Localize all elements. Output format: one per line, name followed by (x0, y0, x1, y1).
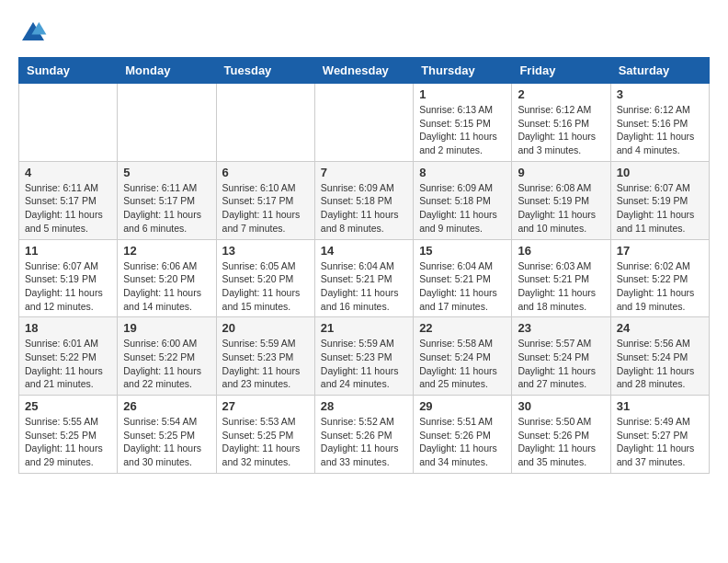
calendar-cell (19, 84, 118, 162)
calendar-cell: 31Sunrise: 5:49 AMSunset: 5:27 PMDayligh… (610, 396, 709, 474)
calendar-cell: 27Sunrise: 5:53 AMSunset: 5:25 PMDayligh… (216, 396, 314, 474)
day-info: Sunrise: 6:09 AMSunset: 5:18 PMDaylight:… (419, 181, 506, 236)
logo-icon (18, 18, 48, 48)
day-number: 16 (518, 244, 604, 258)
calendar-cell: 23Sunrise: 5:57 AMSunset: 5:24 PMDayligh… (512, 317, 610, 396)
calendar-cell: 1Sunrise: 6:13 AMSunset: 5:15 PMDaylight… (414, 84, 512, 162)
calendar-cell: 20Sunrise: 5:59 AMSunset: 5:23 PMDayligh… (216, 317, 314, 396)
day-number: 30 (518, 399, 604, 413)
day-number: 19 (123, 321, 210, 335)
day-number: 3 (617, 87, 703, 101)
day-number: 20 (222, 321, 309, 335)
calendar-cell: 24Sunrise: 5:56 AMSunset: 5:24 PMDayligh… (610, 317, 709, 396)
calendar-cell (314, 84, 413, 162)
calendar-cell: 29Sunrise: 5:51 AMSunset: 5:26 PMDayligh… (414, 396, 512, 474)
calendar-cell: 15Sunrise: 6:04 AMSunset: 5:21 PMDayligh… (414, 239, 512, 317)
calendar-week-row: 11Sunrise: 6:07 AMSunset: 5:19 PMDayligh… (19, 239, 710, 317)
calendar-cell: 12Sunrise: 6:06 AMSunset: 5:20 PMDayligh… (118, 239, 216, 317)
calendar-cell: 2Sunrise: 6:12 AMSunset: 5:16 PMDaylight… (512, 84, 610, 162)
calendar-cell: 30Sunrise: 5:50 AMSunset: 5:26 PMDayligh… (512, 396, 610, 474)
calendar-week-row: 25Sunrise: 5:55 AMSunset: 5:25 PMDayligh… (19, 396, 710, 474)
day-number: 13 (222, 244, 309, 258)
day-info: Sunrise: 6:10 AMSunset: 5:17 PMDaylight:… (222, 181, 309, 236)
weekday-header: Thursday (414, 58, 512, 84)
day-info: Sunrise: 5:54 AMSunset: 5:25 PMDaylight:… (123, 415, 210, 469)
calendar-cell (216, 84, 314, 162)
day-number: 10 (617, 166, 703, 179)
day-info: Sunrise: 5:56 AMSunset: 5:24 PMDaylight:… (617, 337, 703, 391)
day-info: Sunrise: 5:51 AMSunset: 5:26 PMDaylight:… (419, 415, 506, 469)
day-info: Sunrise: 6:01 AMSunset: 5:22 PMDaylight:… (25, 337, 111, 391)
day-number: 14 (321, 244, 407, 258)
day-info: Sunrise: 6:12 AMSunset: 5:16 PMDaylight:… (617, 103, 703, 157)
day-number: 12 (123, 244, 210, 258)
day-info: Sunrise: 6:08 AMSunset: 5:19 PMDaylight:… (518, 181, 604, 236)
calendar: SundayMondayTuesdayWednesdayThursdayFrid… (18, 57, 710, 474)
day-info: Sunrise: 6:07 AMSunset: 5:19 PMDaylight:… (25, 259, 111, 314)
calendar-cell: 9Sunrise: 6:08 AMSunset: 5:19 PMDaylight… (512, 161, 610, 239)
day-info: Sunrise: 6:04 AMSunset: 5:21 PMDaylight:… (321, 259, 407, 314)
calendar-cell: 10Sunrise: 6:07 AMSunset: 5:19 PMDayligh… (610, 161, 709, 239)
weekday-header: Monday (118, 58, 216, 84)
calendar-cell: 26Sunrise: 5:54 AMSunset: 5:25 PMDayligh… (118, 396, 216, 474)
day-number: 23 (518, 321, 604, 335)
weekday-header: Sunday (19, 58, 118, 84)
calendar-cell: 8Sunrise: 6:09 AMSunset: 5:18 PMDaylight… (414, 161, 512, 239)
weekday-header: Friday (512, 58, 610, 84)
calendar-week-row: 4Sunrise: 6:11 AMSunset: 5:17 PMDaylight… (19, 161, 710, 239)
day-number: 28 (321, 399, 407, 413)
day-number: 9 (518, 166, 604, 179)
day-info: Sunrise: 6:05 AMSunset: 5:20 PMDaylight:… (222, 259, 309, 314)
day-info: Sunrise: 6:09 AMSunset: 5:18 PMDaylight:… (321, 181, 407, 236)
day-number: 17 (617, 244, 703, 258)
day-number: 5 (123, 166, 210, 179)
day-number: 25 (25, 399, 111, 413)
day-number: 4 (25, 166, 111, 179)
weekday-header: Tuesday (216, 58, 314, 84)
calendar-week-row: 1Sunrise: 6:13 AMSunset: 5:15 PMDaylight… (19, 84, 710, 162)
day-info: Sunrise: 5:57 AMSunset: 5:24 PMDaylight:… (518, 337, 604, 391)
calendar-cell: 18Sunrise: 6:01 AMSunset: 5:22 PMDayligh… (19, 317, 118, 396)
day-number: 27 (222, 399, 309, 413)
day-number: 6 (222, 166, 309, 179)
calendar-cell: 4Sunrise: 6:11 AMSunset: 5:17 PMDaylight… (19, 161, 118, 239)
calendar-cell: 11Sunrise: 6:07 AMSunset: 5:19 PMDayligh… (19, 239, 118, 317)
day-info: Sunrise: 6:00 AMSunset: 5:22 PMDaylight:… (123, 337, 210, 391)
day-number: 29 (419, 399, 506, 413)
calendar-cell: 21Sunrise: 5:59 AMSunset: 5:23 PMDayligh… (314, 317, 413, 396)
day-number: 21 (321, 321, 407, 335)
day-info: Sunrise: 6:07 AMSunset: 5:19 PMDaylight:… (617, 181, 703, 236)
calendar-cell: 3Sunrise: 6:12 AMSunset: 5:16 PMDaylight… (610, 84, 709, 162)
calendar-cell: 6Sunrise: 6:10 AMSunset: 5:17 PMDaylight… (216, 161, 314, 239)
calendar-cell: 25Sunrise: 5:55 AMSunset: 5:25 PMDayligh… (19, 396, 118, 474)
day-info: Sunrise: 6:11 AMSunset: 5:17 PMDaylight:… (25, 181, 111, 236)
day-number: 22 (419, 321, 506, 335)
page-header (18, 18, 710, 48)
day-info: Sunrise: 5:49 AMSunset: 5:27 PMDaylight:… (617, 415, 703, 469)
calendar-cell: 5Sunrise: 6:11 AMSunset: 5:17 PMDaylight… (118, 161, 216, 239)
calendar-cell: 17Sunrise: 6:02 AMSunset: 5:22 PMDayligh… (610, 239, 709, 317)
day-info: Sunrise: 5:53 AMSunset: 5:25 PMDaylight:… (222, 415, 309, 469)
day-info: Sunrise: 6:13 AMSunset: 5:15 PMDaylight:… (419, 103, 506, 157)
day-info: Sunrise: 6:02 AMSunset: 5:22 PMDaylight:… (617, 259, 703, 314)
day-number: 1 (419, 87, 506, 101)
calendar-cell: 22Sunrise: 5:58 AMSunset: 5:24 PMDayligh… (414, 317, 512, 396)
day-info: Sunrise: 5:59 AMSunset: 5:23 PMDaylight:… (222, 337, 309, 391)
weekday-header: Saturday (610, 58, 709, 84)
day-number: 7 (321, 166, 407, 179)
weekday-header-row: SundayMondayTuesdayWednesdayThursdayFrid… (19, 58, 710, 84)
day-info: Sunrise: 6:12 AMSunset: 5:16 PMDaylight:… (518, 103, 604, 157)
day-info: Sunrise: 6:06 AMSunset: 5:20 PMDaylight:… (123, 259, 210, 314)
calendar-week-row: 18Sunrise: 6:01 AMSunset: 5:22 PMDayligh… (19, 317, 710, 396)
day-info: Sunrise: 5:58 AMSunset: 5:24 PMDaylight:… (419, 337, 506, 391)
calendar-cell: 7Sunrise: 6:09 AMSunset: 5:18 PMDaylight… (314, 161, 413, 239)
calendar-cell (118, 84, 216, 162)
calendar-cell: 13Sunrise: 6:05 AMSunset: 5:20 PMDayligh… (216, 239, 314, 317)
day-number: 11 (25, 244, 111, 258)
day-number: 2 (518, 87, 604, 101)
day-number: 15 (419, 244, 506, 258)
day-number: 24 (617, 321, 703, 335)
day-info: Sunrise: 6:11 AMSunset: 5:17 PMDaylight:… (123, 181, 210, 236)
day-info: Sunrise: 5:55 AMSunset: 5:25 PMDaylight:… (25, 415, 111, 469)
day-number: 31 (617, 399, 703, 413)
